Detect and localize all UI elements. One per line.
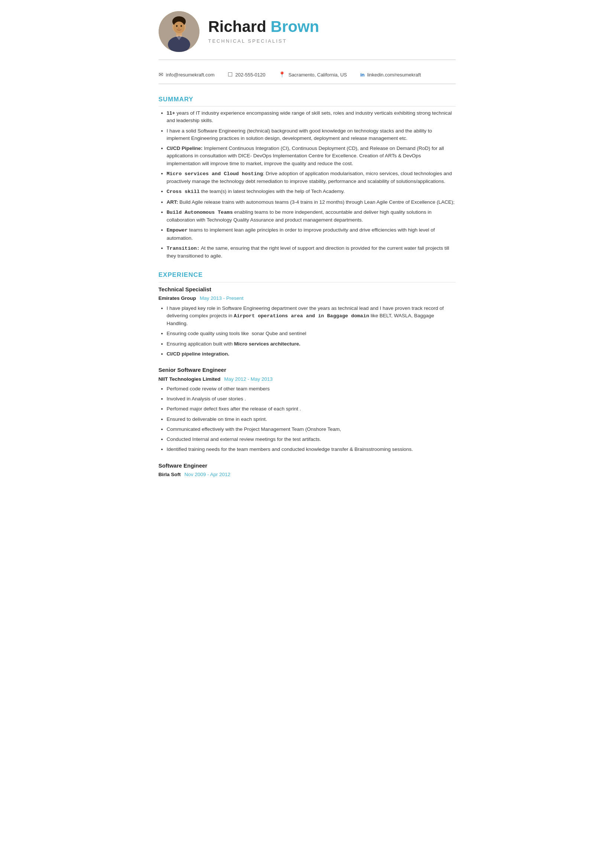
header-info: Richard Brown TECHNICAL SPECIALIST <box>208 18 319 45</box>
phone-icon: ☐ <box>228 71 233 79</box>
resume-header: Richard Brown TECHNICAL SPECIALIST <box>159 11 456 60</box>
list-item: Build Autonomous Teams enabling teams to… <box>167 209 456 224</box>
full-name: Richard Brown <box>208 18 319 35</box>
last-name: Brown <box>271 18 319 35</box>
avatar <box>159 11 199 52</box>
list-item: Micro services and Cloud hosting: Drive … <box>167 170 456 186</box>
contact-phone: ☐ 202-555-0120 <box>228 71 265 79</box>
list-item: ART: Build Agile release trains with aut… <box>167 198 456 206</box>
dates-1: May 2013 - Present <box>200 294 244 302</box>
contact-bar: ✉ info@resumekraft.com ☐ 202-555-0120 📍 … <box>159 66 456 84</box>
job-company-line-1: Emirates Group May 2013 - Present <box>159 294 456 302</box>
list-item: Identified training needs for the team m… <box>167 446 456 453</box>
location-text: Sacramento, California, US <box>288 71 347 79</box>
dates-2: May 2012 - May 2013 <box>224 375 273 383</box>
company-3: Birla Soft <box>159 471 181 478</box>
list-item: Ensured to deliverable on time in each s… <box>167 415 456 423</box>
linkedin-icon: in <box>360 71 365 79</box>
experience-title: EXPERIENCE <box>159 270 456 282</box>
summary-list: 11+ years of IT industry experience enco… <box>159 110 456 260</box>
svg-point-5 <box>174 22 185 33</box>
job-title-2: Senior Software Engineer <box>159 366 456 374</box>
first-name: Richard <box>208 18 266 35</box>
job-title-header: TECHNICAL SPECIALIST <box>208 37 319 45</box>
contact-location: 📍 Sacramento, California, US <box>278 71 347 79</box>
list-item: CI/CD pipeline integration. <box>167 350 456 358</box>
summary-section: SUMMARY 11+ years of IT industry experie… <box>159 95 456 260</box>
email-icon: ✉ <box>159 71 163 79</box>
job-software-engineer: Software Engineer Birla Soft Nov 2009 - … <box>159 462 456 479</box>
company-1: Emirates Group <box>159 294 196 302</box>
list-item: Conducted Internal and external review m… <box>167 436 456 443</box>
contact-email: ✉ info@resumekraft.com <box>159 71 215 79</box>
job-senior-engineer: Senior Software Engineer NIIT Technologi… <box>159 366 456 454</box>
email-text: info@resumekraft.com <box>166 71 215 79</box>
list-item: Perfomed code reveiw of other team membe… <box>167 385 456 393</box>
company-2: NIIT Technologies Limited <box>159 375 221 383</box>
list-item: I have played key role in Software Engin… <box>167 305 456 328</box>
list-item: Cross skill the team(s) in latest techno… <box>167 188 456 195</box>
phone-text: 202-555-0120 <box>235 71 265 79</box>
list-item: 11+ years of IT industry experience enco… <box>167 110 456 125</box>
list-item: Perfomed major defect fixes after the re… <box>167 405 456 413</box>
list-item: I have a solid Software Engineering (tec… <box>167 127 456 143</box>
job-technical-specialist: Technical Specialist Emirates Group May … <box>159 285 456 358</box>
job-title-1: Technical Specialist <box>159 285 456 294</box>
experience-section: EXPERIENCE Technical Specialist Emirates… <box>159 270 456 478</box>
job-bullets-2: Perfomed code reveiw of other team membe… <box>159 385 456 454</box>
list-item: CI/CD Pipeline: Implement Continuous Int… <box>167 145 456 167</box>
list-item: Transition: At the same, ensuring that t… <box>167 245 456 260</box>
job-company-line-3: Birla Soft Nov 2009 - Apr 2012 <box>159 471 456 478</box>
list-item: Communicated effectively with the Projec… <box>167 426 456 433</box>
list-item: Empower teams to implement lean agile pr… <box>167 226 456 242</box>
list-item: Ensuring application built with Micro se… <box>167 340 456 348</box>
job-title-3: Software Engineer <box>159 462 456 470</box>
summary-title: SUMMARY <box>159 95 456 107</box>
dates-3: Nov 2009 - Apr 2012 <box>185 471 231 478</box>
list-item: Involved in Analysis of user stories . <box>167 395 456 403</box>
linkedin-text: linkedin.com/resumekraft <box>367 71 421 79</box>
svg-point-7 <box>180 25 182 27</box>
list-item: Ensuring code quality using tools like s… <box>167 330 456 337</box>
contact-linkedin: in linkedin.com/resumekraft <box>360 71 421 79</box>
location-icon: 📍 <box>278 71 286 79</box>
svg-point-6 <box>176 25 177 27</box>
job-bullets-1: I have played key role in Software Engin… <box>159 305 456 358</box>
job-company-line-2: NIIT Technologies Limited May 2012 - May… <box>159 375 456 383</box>
